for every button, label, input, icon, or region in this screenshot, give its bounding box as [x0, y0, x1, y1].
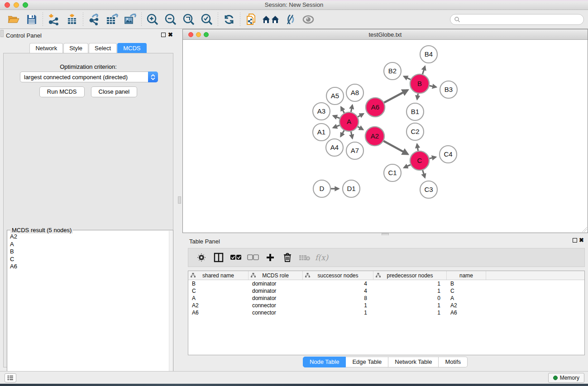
window-resize-grip[interactable]: [582, 227, 587, 232]
run-mcds-button[interactable]: Run MCDS: [39, 86, 85, 97]
hide-graphics-details-icon[interactable]: [281, 12, 299, 27]
tab-mcds[interactable]: MCDS: [117, 43, 146, 53]
float-panel-icon[interactable]: [161, 32, 166, 38]
tab-select[interactable]: Select: [89, 43, 117, 53]
search-input[interactable]: [460, 15, 583, 24]
graph-node-label-B2: B2: [388, 67, 397, 75]
table-cell: 1: [373, 281, 447, 287]
memory-button[interactable]: Memory: [548, 373, 584, 383]
table-row[interactable]: A2connector11A2: [188, 302, 584, 309]
memory-status-icon: [553, 376, 558, 380]
delete-column-trash-icon[interactable]: [279, 250, 296, 265]
float-table-panel-icon[interactable]: [573, 238, 577, 244]
tab-edge-table[interactable]: Edge Table: [346, 357, 388, 367]
close-panel-button[interactable]: Close panel: [91, 86, 138, 97]
refresh-icon[interactable]: [220, 12, 238, 27]
home-layout-icon[interactable]: [260, 12, 281, 27]
table-row[interactable]: A6connector11A6: [188, 309, 584, 316]
table-cell: 1: [303, 310, 373, 316]
close-table-panel-icon[interactable]: ✖: [579, 237, 584, 243]
graph-edge-A2-C[interactable]: [383, 141, 407, 154]
graph-edge-C-C3[interactable]: [423, 170, 425, 177]
graph-edge-A-A3[interactable]: [333, 116, 339, 118]
control-panel: Control Panel ✖ NetworkStyleSelectMCDS O…: [0, 29, 177, 371]
import-table-icon[interactable]: [63, 12, 81, 27]
tab-motifs[interactable]: Motifs: [439, 357, 468, 367]
column-header-MCDS-role[interactable]: MCDS role: [249, 271, 303, 280]
table-panel-tabs: Node TableEdge TableNetwork TableMotifs: [182, 357, 588, 367]
zoom-in-icon[interactable]: [143, 12, 162, 27]
unselect-all-columns-icon[interactable]: [244, 250, 262, 265]
status-bar: Memory: [0, 371, 588, 384]
graph-edge-C-C2[interactable]: [417, 144, 418, 151]
panel-drag-grip[interactable]: [0, 30, 4, 37]
export-network-icon[interactable]: [85, 12, 103, 27]
table-row[interactable]: Adominator80A: [188, 295, 584, 302]
graph-edge-A-A4[interactable]: [341, 130, 344, 136]
network-window-titlebar[interactable]: testGlobe.txt: [183, 29, 588, 40]
criterion-dropdown[interactable]: largest connected component (directed): [20, 71, 158, 82]
graph-node-label-B1: B1: [411, 108, 419, 115]
graph-edge-A-A5[interactable]: [341, 107, 344, 113]
zoom-fit-icon[interactable]: [180, 12, 198, 27]
result-item[interactable]: A: [10, 241, 169, 248]
graph-edge-C-C1[interactable]: [404, 165, 411, 167]
tab-node-table[interactable]: Node Table: [303, 357, 346, 367]
column-header-predecessor-nodes[interactable]: predecessor nodes: [373, 271, 447, 280]
search-field[interactable]: [450, 14, 584, 25]
memory-label: Memory: [560, 375, 579, 381]
task-history-list-icon[interactable]: [5, 373, 16, 382]
result-scrollbar[interactable]: [169, 231, 172, 385]
zoom-out-icon[interactable]: [162, 12, 180, 27]
tab-network[interactable]: Network: [29, 43, 63, 53]
tab-network-table[interactable]: Network Table: [388, 357, 439, 367]
result-item[interactable]: A2: [10, 233, 169, 241]
show-column-panel-icon[interactable]: [210, 250, 227, 265]
optimization-criterion-label: Optimization criterion:: [4, 63, 173, 70]
graph-edge-A-A2[interactable]: [358, 127, 363, 130]
save-session-icon[interactable]: [23, 12, 41, 27]
graph-edge-C-C4[interactable]: [429, 157, 435, 158]
result-item[interactable]: B: [10, 248, 169, 256]
graph-edge-A-A6[interactable]: [358, 114, 363, 117]
vertical-divider-grip[interactable]: [178, 196, 181, 204]
table-row[interactable]: Cdominator41C: [188, 287, 584, 295]
graph-edge-B-B3[interactable]: [430, 86, 436, 87]
graph-edge-A-A7[interactable]: [351, 132, 352, 138]
result-item[interactable]: C: [10, 256, 169, 263]
open-session-icon[interactable]: [5, 12, 23, 27]
table-row[interactable]: Bdominator41B: [188, 280, 584, 287]
graph-edge-A6-B[interactable]: [384, 90, 407, 103]
table-cell: B: [188, 281, 249, 287]
graph-edge-A-A8[interactable]: [351, 105, 352, 112]
mcds-result-list[interactable]: A2ABCA6: [8, 233, 169, 385]
copy-network-icon[interactable]: [242, 12, 260, 27]
graph-node-label-A5: A5: [331, 92, 339, 100]
column-header-successor-nodes[interactable]: successor nodes: [303, 271, 373, 280]
delete-table-icon[interactable]: [296, 250, 313, 265]
graph-edge-A-A1[interactable]: [333, 125, 339, 128]
network-view-window: testGlobe.txt B4B2BB3A8A5A6A3B1AA1C2A2A4…: [182, 29, 588, 233]
select-all-columns-icon[interactable]: [227, 250, 244, 265]
export-table-icon[interactable]: [103, 12, 121, 27]
create-column-plus-icon[interactable]: [262, 250, 279, 265]
close-panel-icon[interactable]: ✖: [168, 31, 173, 38]
import-network-icon[interactable]: [45, 12, 63, 27]
graph-edge-B-B1[interactable]: [417, 94, 418, 100]
graph-edge-B-B4[interactable]: [422, 67, 425, 74]
tab-style[interactable]: Style: [63, 43, 88, 53]
node-table[interactable]: shared nameMCDS rolesuccessor nodesprede…: [188, 271, 585, 355]
network-canvas[interactable]: B4B2BB3A8A5A6A3B1AA1C2A2A4A7C4CC1DD1C3: [183, 40, 588, 233]
graph-node-label-A7: A7: [351, 147, 359, 154]
graph-edge-B-B2[interactable]: [404, 76, 411, 80]
table-settings-gear-icon[interactable]: [193, 250, 210, 265]
toggle-bird-eye-icon[interactable]: [299, 12, 317, 27]
result-item[interactable]: A6: [10, 263, 169, 271]
mcds-result-group: MCDS result (5 nodes) A2ABCA6: [7, 230, 173, 386]
column-header-name[interactable]: name: [447, 271, 486, 280]
zoom-selected-icon[interactable]: [198, 12, 216, 27]
graph-node-label-A3: A3: [317, 107, 325, 115]
export-image-icon[interactable]: [121, 12, 139, 27]
function-builder-icon[interactable]: f(x): [313, 253, 328, 262]
column-header-shared-name[interactable]: shared name: [188, 271, 249, 280]
